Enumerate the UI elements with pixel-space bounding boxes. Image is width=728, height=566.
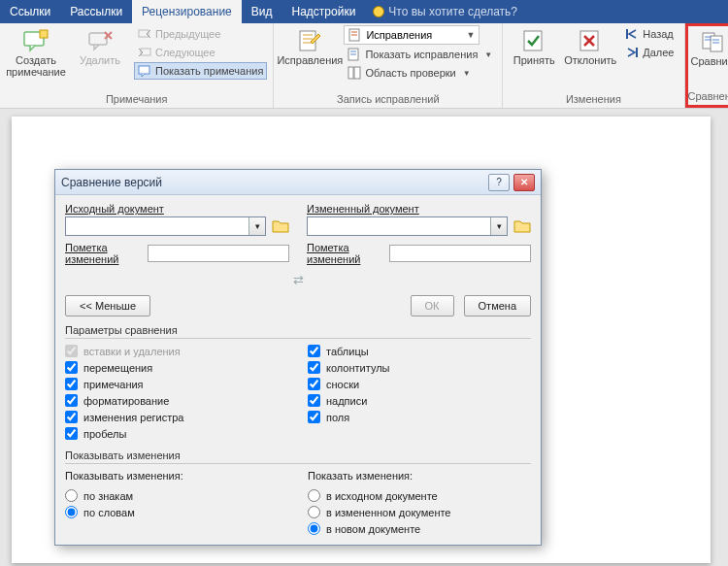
group-tracking-label: Запись исправлений [280, 91, 496, 108]
display-for-review-combo[interactable]: Исправления ▼ [344, 25, 480, 45]
prev-comment-icon [138, 27, 151, 41]
tab-links[interactable]: Ссылки [0, 0, 60, 23]
cancel-button[interactable]: Отмена [464, 295, 531, 316]
svg-rect-7 [139, 66, 149, 74]
tab-addins[interactable]: Надстройки [282, 0, 366, 23]
rb-in-original[interactable]: в исходном документе [308, 489, 531, 502]
dialog-titlebar[interactable]: Сравнение версий ? ✕ [55, 170, 541, 195]
chevron-down-icon: ▾ [490, 217, 507, 235]
tab-review[interactable]: Рецензирование [132, 0, 242, 23]
svg-rect-14 [354, 67, 360, 79]
ribbon: Создать примечание Удалить Предыдущее Сл… [0, 23, 728, 109]
new-comment-icon [22, 29, 50, 52]
markup-icon [348, 28, 362, 42]
reject-button[interactable]: Отклонить [563, 25, 617, 91]
tell-me-search[interactable]: Что вы хотите сделать? [365, 0, 525, 23]
reject-icon [577, 29, 604, 52]
delete-comment-button[interactable]: Удалить [70, 25, 130, 91]
reviewing-pane-icon [347, 66, 361, 80]
tell-me-label: Что вы хотите сделать? [388, 5, 517, 18]
show-markup-icon [347, 48, 361, 61]
cb-tables[interactable]: таблицы [308, 345, 531, 357]
show-markup-button[interactable]: Показать исправления ▼ [344, 46, 496, 63]
rb-in-new[interactable]: в новом документе [308, 522, 531, 535]
tab-view[interactable]: Вид [242, 0, 282, 23]
cb-comments[interactable]: примечания [65, 378, 288, 390]
delete-comment-icon [86, 29, 114, 52]
cb-headers[interactable]: колонтитулы [308, 361, 531, 374]
cb-insertions-deletions: вставки и удаления [65, 345, 288, 357]
show-right-head: Показать изменения: [308, 470, 531, 482]
next-change-button[interactable]: Далее [621, 44, 678, 61]
help-icon: ? [496, 177, 502, 187]
group-tracking: Исправления Исправления ▼ Показать испра… [274, 23, 503, 108]
group-comments-label: Примечания [6, 91, 267, 108]
ok-button[interactable]: ОК [411, 295, 454, 316]
previous-change-button[interactable]: Назад [621, 25, 678, 43]
show-comments-button[interactable]: Показать примечания [134, 62, 267, 80]
new-comment-button[interactable]: Создать примечание [6, 25, 66, 91]
ribbon-tabbar: Ссылки Рассылки Рецензирование Вид Надст… [0, 0, 728, 23]
rb-in-revised[interactable]: в измененном документе [308, 506, 531, 518]
group-compare: Сравнить Сравнение [685, 23, 729, 108]
reviewing-pane-button[interactable]: Область проверки ▼ [344, 64, 496, 82]
group-changes: Принять Отклонить Назад Далее Изменения [503, 23, 684, 108]
mark-left-input[interactable] [148, 245, 289, 262]
chevron-down-icon: ▼ [463, 69, 471, 78]
mark-left-label: Пометка изменений [65, 242, 142, 265]
show-changes-title: Показывать изменения [65, 449, 531, 464]
svg-rect-1 [40, 30, 48, 38]
arrow-right-icon [625, 46, 639, 59]
swap-button[interactable]: ⇄ [65, 273, 531, 287]
compare-button[interactable]: Сравнить [690, 26, 728, 88]
compare-dialog: Сравнение версий ? ✕ Исходный документ ▾… [54, 169, 542, 546]
dialog-title: Сравнение версий [61, 176, 162, 189]
group-compare-label: Сравнение [688, 88, 729, 105]
close-icon: ✕ [520, 177, 528, 187]
group-comments: Создать примечание Удалить Предыдущее Сл… [0, 23, 274, 108]
revised-doc-label: Измененный документ [307, 203, 531, 215]
help-button[interactable]: ? [488, 174, 510, 191]
svg-rect-13 [348, 67, 353, 79]
original-doc-label: Исходный документ [65, 203, 289, 215]
original-doc-combo[interactable]: ▾ [65, 216, 266, 236]
rb-by-word[interactable]: по словам [65, 506, 288, 518]
chevron-down-icon: ▼ [466, 30, 475, 40]
next-comment-icon [138, 46, 151, 59]
accept-icon [520, 29, 547, 52]
compare-icon [701, 30, 728, 53]
chevron-down-icon: ▼ [484, 50, 492, 59]
bulb-icon [373, 6, 384, 17]
prev-comment-button[interactable]: Предыдущее [134, 25, 267, 43]
cb-formatting[interactable]: форматирование [65, 394, 288, 407]
track-changes-button[interactable]: Исправления [280, 25, 340, 91]
close-button[interactable]: ✕ [513, 174, 535, 191]
show-left-head: Показывать изменения: [65, 470, 288, 482]
show-comments-icon [138, 64, 151, 78]
revised-doc-combo[interactable]: ▾ [307, 216, 508, 236]
svg-rect-15 [524, 31, 542, 50]
group-changes-label: Изменения [509, 91, 678, 108]
next-comment-button[interactable]: Следующее [134, 44, 267, 61]
less-button[interactable]: << Меньше [65, 295, 150, 316]
arrow-left-icon [625, 27, 639, 41]
track-changes-icon [296, 29, 323, 52]
accept-button[interactable]: Принять [509, 25, 559, 91]
mark-right-label: Пометка изменений [307, 242, 383, 265]
browse-original-button[interactable] [272, 218, 289, 234]
cb-fields[interactable]: поля [308, 411, 531, 423]
cb-whitespace[interactable]: пробелы [65, 427, 288, 440]
svg-rect-2 [89, 33, 107, 45]
svg-rect-20 [636, 48, 638, 57]
svg-rect-22 [711, 36, 722, 51]
browse-revised-button[interactable] [513, 218, 531, 234]
cb-footnotes[interactable]: сноски [308, 378, 531, 390]
cb-case[interactable]: изменения регистра [65, 411, 288, 423]
tab-mailings[interactable]: Рассылки [60, 0, 132, 23]
mark-right-input[interactable] [389, 245, 531, 262]
cb-textboxes[interactable]: надписи [308, 394, 531, 407]
rb-by-char[interactable]: по знакам [65, 489, 288, 502]
svg-rect-19 [626, 29, 628, 39]
cb-moves[interactable]: перемещения [65, 361, 288, 374]
compare-params-title: Параметры сравнения [65, 324, 531, 339]
